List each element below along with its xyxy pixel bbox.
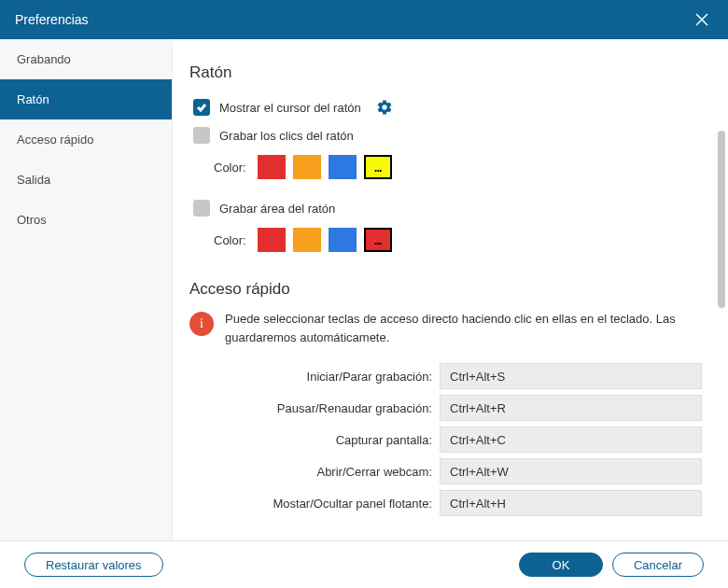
shortcut-input-pause[interactable] [440, 395, 702, 421]
color-row-area: Color: ... [214, 228, 702, 252]
color-swatch-red[interactable] [258, 155, 286, 179]
gear-icon [376, 99, 393, 116]
ok-button[interactable]: OK [519, 553, 603, 577]
section-heading-mouse: Ratón [189, 63, 702, 82]
gear-button[interactable] [376, 99, 393, 116]
content-wrap: Ratón Mostrar el cursor del ratón Grabar… [173, 39, 728, 540]
info-row: i Puede seleccionar teclas de acceso dir… [189, 310, 702, 346]
restore-defaults-button[interactable]: Restaurar valores [24, 553, 163, 577]
shortcut-input-webcam[interactable] [440, 458, 702, 484]
shortcut-row-panel: Mostar/Ocultar panel flotante: [189, 490, 702, 516]
color-swatch-red-2[interactable] [258, 228, 286, 252]
preferences-window: Preferencias Grabando Ratón Acceso rápid… [0, 0, 728, 588]
section-heading-shortcuts: Acceso rápido [189, 280, 702, 299]
color-swatch-more-clicks[interactable]: ... [364, 155, 392, 179]
checkbox-record-clicks[interactable] [193, 127, 210, 144]
label-show-cursor: Mostrar el cursor del ratón [219, 101, 361, 115]
shortcut-row-webcam: Abrir/Cerrar webcam: [189, 458, 702, 484]
shortcut-label: Abrir/Cerrar webcam: [189, 465, 432, 479]
footer: Restaurar valores OK Cancelar [0, 540, 728, 588]
close-button[interactable] [691, 8, 713, 31]
label-record-clicks: Grabar los clics del ratón [219, 129, 354, 143]
shortcut-label: Capturar pantalla: [189, 433, 432, 447]
color-swatch-blue-2[interactable] [329, 228, 357, 252]
row-record-area: Grabar área del ratón [189, 194, 702, 222]
color-row-clicks: Color: ... [214, 155, 702, 179]
color-swatch-more-area[interactable]: ... [364, 228, 392, 252]
shortcut-row-capture: Capturar pantalla: [189, 427, 702, 453]
shortcut-input-start-stop[interactable] [440, 363, 702, 389]
sidebar-item-acceso-rapido[interactable]: Acceso rápido [0, 119, 172, 160]
shortcut-label: Mostar/Ocultar panel flotante: [189, 497, 432, 511]
shortcut-row-pause: Pausar/Renaudar grabación: [189, 395, 702, 421]
scrollbar-thumb[interactable] [718, 131, 725, 308]
color-label-area: Color: [214, 233, 246, 247]
info-icon: i [189, 312, 214, 336]
color-label-clicks: Color: [214, 161, 246, 175]
shortcut-input-capture[interactable] [440, 427, 702, 453]
shortcut-input-panel[interactable] [440, 490, 702, 516]
body: Grabando Ratón Acceso rápido Salida Otro… [0, 39, 728, 540]
sidebar-item-otros[interactable]: Otros [0, 200, 172, 240]
color-swatch-orange[interactable] [293, 155, 321, 179]
color-swatch-blue[interactable] [329, 155, 357, 179]
sidebar-item-grabando[interactable]: Grabando [0, 39, 172, 79]
shortcut-label: Iniciar/Parar grabación: [189, 370, 432, 384]
sidebar: Grabando Ratón Acceso rápido Salida Otro… [0, 39, 173, 540]
row-record-clicks: Grabar los clics del ratón [189, 121, 702, 149]
label-record-area: Grabar área del ratón [219, 202, 335, 216]
cancel-button[interactable]: Cancelar [612, 553, 704, 577]
sidebar-item-salida[interactable]: Salida [0, 160, 172, 200]
checkbox-show-cursor[interactable] [193, 99, 210, 116]
window-title: Preferencias [15, 12, 89, 27]
shortcut-row-start-stop: Iniciar/Parar grabación: [189, 363, 702, 389]
checkbox-record-area[interactable] [193, 200, 210, 217]
color-swatch-orange-2[interactable] [293, 228, 321, 252]
info-text: Puede seleccionar teclas de acceso direc… [225, 310, 702, 346]
sidebar-item-raton[interactable]: Ratón [0, 79, 172, 119]
check-icon [196, 103, 207, 112]
shortcut-label: Pausar/Renaudar grabación: [189, 401, 432, 415]
row-show-cursor: Mostrar el cursor del ratón [189, 93, 702, 121]
titlebar: Preferencias [0, 0, 728, 39]
content[interactable]: Ratón Mostrar el cursor del ratón Grabar… [173, 39, 728, 540]
close-icon [694, 12, 709, 27]
